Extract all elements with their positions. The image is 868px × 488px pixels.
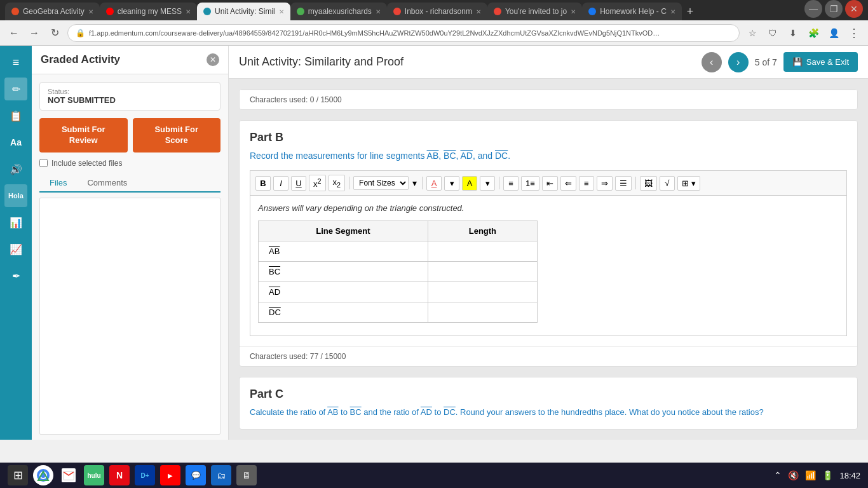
tab-invited[interactable]: You're invited to jo ✕ [487,3,582,20]
table-cell-ab-length[interactable] [428,241,537,262]
part-c-description: Calculate the ratio of AB to BC and the … [250,406,847,419]
tab-close-geogebra[interactable]: ✕ [88,8,93,15]
sidebar-icon-translate[interactable]: Hola [4,184,27,207]
align-center-btn[interactable]: ≡ [579,176,594,191]
editor-toolbar: B I U x2 x2 Font Sizes ▾ A ▾ [250,170,847,195]
table-row: AB [259,241,538,262]
files-tab-files[interactable]: Files [39,174,77,193]
include-files-checkbox[interactable] [39,159,48,167]
tab-close-invited[interactable]: ✕ [571,8,576,15]
table-cell-dc: DC [259,302,428,323]
superscript-btn[interactable]: x2 [309,175,326,191]
tab-unit-activity[interactable]: Unit Activity: Simil ✕ [197,3,290,20]
minimize-btn[interactable]: — [804,0,822,18]
tab-inbox[interactable]: Inbox - richardsonm ✕ [387,3,487,20]
font-color-dropdown-btn[interactable]: ▾ [444,176,459,191]
tab-close-unit[interactable]: ✕ [279,8,284,15]
sidebar-icon-audio[interactable]: 🔊 [4,158,27,180]
sidebar-icon-table[interactable]: 📊 [4,211,27,234]
tab-favicon-geogebra [11,8,19,15]
tab-favicon-cleaning [106,8,114,15]
table-cell-ad-length[interactable] [428,282,537,302]
tab-homework[interactable]: Homework Help - C ✕ [582,3,682,20]
save-exit-label: Save & Exit [806,57,849,67]
editor-area[interactable]: Answers will vary depending on the trian… [250,195,847,336]
unordered-list-btn[interactable]: ≡ [503,176,519,191]
toolbar-sep-1 [349,177,349,189]
app-wrapper: ≡ ✏ 📋 Aa 🔊 Hola 📊 📈 ✒ Graded Activity ✕ … [0,46,868,440]
lock-icon: 🔒 [76,29,85,37]
save-exit-btn[interactable]: 💾 Save & Exit [783,52,858,72]
tab-close-cleaning[interactable]: ✕ [186,8,191,15]
address-bar[interactable]: 🔒 f1.app.edmentum.com/courseware-deliver… [67,24,740,42]
next-page-btn[interactable]: › [728,52,749,72]
highlight-dropdown-btn[interactable]: ▾ [480,176,495,191]
table-cell-bc: BC [259,262,428,282]
prev-page-btn[interactable]: ‹ [702,52,722,72]
toolbar-sep-3 [499,177,499,189]
tab-favicon-inbox [393,8,401,15]
font-size-dropdown-icon[interactable]: ▾ [411,178,418,188]
tab-cleaning[interactable]: cleaning my MESS ✕ [100,3,197,20]
content-scroll[interactable]: Characters used: 0 / 15000 Part B Record… [229,79,868,440]
image-btn[interactable]: 🖼 [640,176,657,191]
table-btn[interactable]: ⊞ ▾ [677,176,700,191]
content-title: Unit Activity: Similarity and Proof [239,55,403,69]
sidebar-icon-edit[interactable]: ✏ [4,78,27,100]
table-cell-bc-length[interactable] [428,262,537,282]
bold-btn[interactable]: B [255,176,271,191]
graded-panel-header: Graded Activity ✕ [32,46,228,74]
align-right-btn[interactable]: ⇒ [597,176,613,191]
tab-myaalexus[interactable]: myaalexusrichards ✕ [290,3,387,20]
toolbar-sep-4 [635,177,636,189]
close-window-btn[interactable]: ✕ [845,0,863,18]
formula-btn[interactable]: √ [660,176,675,191]
table-row: AD [259,282,538,302]
sidebar-icon-clipboard[interactable]: 📋 [4,104,27,127]
italic-btn[interactable]: I [273,176,288,191]
underline-btn[interactable]: U [291,176,306,191]
sidebar-icon-pen[interactable]: ✒ [4,264,27,287]
more-menu-btn[interactable]: ⋮ [845,24,863,42]
tab-close-myaalexus[interactable]: ✕ [376,8,381,15]
font-size-select[interactable]: Font Sizes [353,176,409,190]
profile-icon[interactable]: 👤 [825,24,843,42]
browser-toolbar-icons: ☆ 🛡 ⬇ 🧩 👤 ⋮ [743,24,863,42]
table-header-length: Length [428,221,537,241]
outdent-btn[interactable]: ⇤ [542,176,558,191]
files-tab-comments[interactable]: Comments [77,174,137,193]
status-box: Status: NOT SUBMITTED [39,82,220,111]
font-color-btn[interactable]: A [426,176,442,191]
browser-chrome: GeoGebra Activity ✕ cleaning my MESS ✕ U… [0,0,868,46]
download-icon: ⬇ [784,24,802,42]
tab-close-inbox[interactable]: ✕ [476,8,481,15]
extensions-icon[interactable]: 🧩 [804,24,822,42]
highlight-btn[interactable]: A [462,176,477,191]
forward-btn[interactable]: → [25,24,43,42]
new-tab-btn[interactable]: + [682,3,699,20]
submit-score-btn[interactable]: Submit ForScore [133,118,221,152]
subscript-btn[interactable]: x2 [329,175,346,191]
close-panel-btn[interactable]: ✕ [207,53,219,66]
ordered-list-btn[interactable]: 1≡ [521,176,539,191]
restore-btn[interactable]: ❐ [825,0,843,18]
back-btn[interactable]: ← [5,24,23,42]
save-icon: 💾 [792,57,803,67]
tab-geogebra[interactable]: GeoGebra Activity ✕ [5,3,100,20]
graded-activity-panel: Graded Activity ✕ Status: NOT SUBMITTED … [32,46,229,440]
tab-favicon-unit [203,8,211,15]
part-c-card: Part C Calculate the ratio of AB to BC a… [239,377,858,430]
reload-btn[interactable]: ↻ [46,24,64,42]
status-label: Status: [48,88,212,95]
sidebar-icon-chart[interactable]: 📈 [4,238,27,261]
align-left-btn[interactable]: ⇐ [560,176,576,191]
table-cell-dc-length[interactable] [428,302,537,323]
submit-review-btn[interactable]: Submit ForReview [39,118,128,152]
tab-label-unit: Unit Activity: Simil [215,7,275,16]
justify-btn[interactable]: ☰ [615,176,632,191]
icon-sidebar: ≡ ✏ 📋 Aa 🔊 Hola 📊 📈 ✒ [0,46,32,440]
tab-close-homework[interactable]: ✕ [670,8,675,15]
sidebar-icon-font[interactable]: Aa [4,131,27,154]
bookmark-btn[interactable]: ☆ [743,24,761,42]
sidebar-icon-menu[interactable]: ≡ [4,51,27,74]
